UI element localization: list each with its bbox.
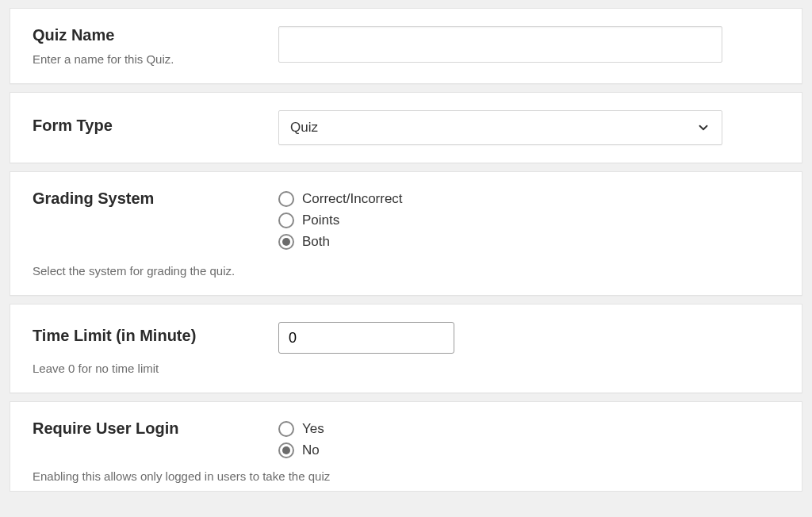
chevron-down-icon	[696, 121, 710, 135]
radio-icon	[278, 191, 294, 207]
radio-icon	[278, 442, 294, 458]
panel-time-limit: Time Limit (in Minute) Leave 0 for no ti…	[10, 304, 802, 393]
radio-icon	[278, 421, 294, 437]
time-limit-label: Time Limit (in Minute)	[33, 327, 278, 345]
radio-icon	[278, 234, 294, 250]
form-type-label: Form Type	[33, 117, 278, 135]
radio-yes[interactable]: Yes	[278, 421, 779, 437]
panel-grading-system: Grading System Correct/Incorrect Points …	[10, 171, 802, 296]
radio-label-points: Points	[302, 213, 339, 228]
form-type-selected: Quiz	[290, 120, 318, 136]
require-login-desc: Enabling this allows only logged in user…	[33, 469, 779, 483]
quiz-name-label: Quiz Name	[33, 26, 278, 44]
require-login-label: Require User Login	[33, 419, 278, 438]
grading-system-radios: Correct/Incorrect Points Both	[278, 190, 779, 250]
grading-system-desc: Select the system for grading the quiz.	[33, 264, 779, 278]
panel-quiz-name: Quiz Name Enter a name for this Quiz.	[10, 8, 802, 84]
require-login-radios: Yes No	[278, 419, 779, 458]
radio-points[interactable]: Points	[278, 213, 779, 228]
radio-label-both: Both	[302, 234, 330, 250]
radio-icon	[278, 213, 294, 228]
panel-require-login: Require User Login Yes No Enabling this …	[10, 401, 802, 492]
radio-label-no: No	[302, 442, 320, 458]
grading-system-label: Grading System	[33, 190, 278, 208]
radio-no[interactable]: No	[278, 442, 779, 458]
time-limit-input[interactable]	[278, 322, 454, 354]
radio-correct-incorrect[interactable]: Correct/Incorrect	[278, 191, 779, 207]
radio-both[interactable]: Both	[278, 234, 779, 250]
time-limit-desc: Leave 0 for no time limit	[33, 362, 779, 375]
radio-label-yes: Yes	[302, 421, 324, 437]
quiz-name-input[interactable]	[278, 26, 722, 63]
form-type-select[interactable]: Quiz	[278, 110, 722, 145]
quiz-name-desc: Enter a name for this Quiz.	[33, 52, 278, 66]
radio-label-correct: Correct/Incorrect	[302, 191, 403, 207]
panel-form-type: Form Type Quiz	[10, 92, 802, 163]
